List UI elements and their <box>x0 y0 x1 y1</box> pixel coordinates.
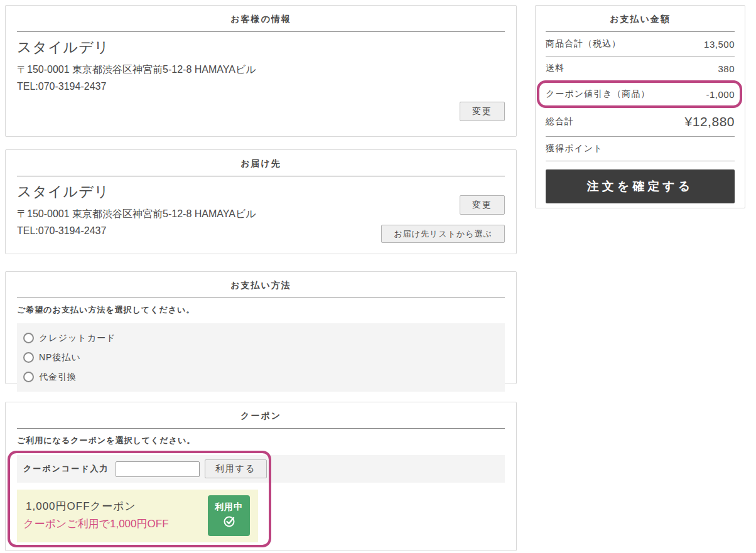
active-coupon-card: 1,000円OFFクーポン クーポンご利用で1,000円OFF 利用中 <box>17 490 258 542</box>
customer-name: スタイルデリ <box>17 38 505 57</box>
summary-row-coupon-discount: クーポン値引き（商品） -1,000 <box>546 81 735 107</box>
radio-button-icon[interactable] <box>23 372 34 382</box>
payment-option-cash-on-delivery[interactable]: 代金引換 <box>23 367 499 387</box>
coupon-in-use-label: 利用中 <box>215 502 243 513</box>
coupon-in-use-button[interactable]: 利用中 <box>208 495 250 536</box>
radio-button-icon[interactable] <box>23 333 34 343</box>
customer-info-section: お客様の情報 スタイルデリ 〒150-0001 東京都渋谷区神宮前5-12-8 … <box>5 5 517 137</box>
summary-label: 商品合計（税込） <box>546 38 621 50</box>
coupon-title: クーポン <box>17 402 505 429</box>
summary-row-grand-total: 総合計 ¥12,880 <box>546 107 735 137</box>
confirm-order-button[interactable]: 注文を確定する <box>546 169 735 203</box>
main-column: お客様の情報 スタイルデリ 〒150-0001 東京都渋谷区神宮前5-12-8 … <box>5 5 517 551</box>
shipping-name: スタイルデリ <box>17 182 505 201</box>
payment-summary-sidebar: お支払い金額 商品合計（税込） 13,500 送料 380 クーポン値引き（商品… <box>535 5 745 208</box>
radio-button-icon[interactable] <box>23 352 34 363</box>
payment-option-credit-card[interactable]: クレジットカード <box>23 328 499 348</box>
payment-option-label: NP後払い <box>39 352 81 363</box>
summary-value: -1,000 <box>706 89 735 100</box>
coupon-instruction: ご利用になるクーポンを選択してください。 <box>17 435 505 446</box>
summary-row-subtotal: 商品合計（税込） 13,500 <box>546 32 735 56</box>
customer-address: 〒150-0001 東京都渋谷区神宮前5-12-8 HAMAYAビル <box>17 63 505 77</box>
payment-method-instruction: ご希望のお支払い方法を選択してください。 <box>17 304 505 316</box>
summary-label: 総合計 <box>546 116 574 127</box>
customer-change-row: 変更 <box>17 102 505 121</box>
summary-row-shipping-fee: 送料 380 <box>546 56 735 81</box>
coupon-section: クーポン ご利用になるクーポンを選択してください。 クーポンコード入力 利用する… <box>5 402 517 551</box>
shipping-section: お届け先 スタイルデリ 〒150-0001 東京都渋谷区神宮前5-12-8 HA… <box>5 149 517 254</box>
customer-change-button[interactable]: 変更 <box>460 102 505 121</box>
summary-value: 13,500 <box>704 39 735 50</box>
summary-label: クーポン値引き（商品） <box>546 89 650 100</box>
payment-options-panel: クレジットカード NP後払い 代金引換 <box>17 323 505 392</box>
shipping-address: 〒150-0001 東京都渋谷区神宮前5-12-8 HAMAYAビル <box>17 208 505 221</box>
shipping-title: お届け先 <box>17 150 505 176</box>
customer-info-title: お客様の情報 <box>17 6 505 32</box>
summary-label: 獲得ポイント <box>546 143 603 154</box>
payment-method-section: お支払い方法 ご希望のお支払い方法を選択してください。 クレジットカード NP後… <box>5 271 517 384</box>
payment-method-title: お支払い方法 <box>17 272 505 298</box>
coupon-code-input[interactable] <box>116 461 200 477</box>
payment-option-label: クレジットカード <box>39 333 116 344</box>
shipping-change-button[interactable]: 変更 <box>460 195 505 215</box>
coupon-apply-button[interactable]: 利用する <box>205 459 267 478</box>
shipping-choose-from-list-button[interactable]: お届け先リストから選ぶ <box>381 225 505 243</box>
summary-value: ¥12,880 <box>685 114 735 129</box>
checkout-page: お客様の情報 スタイルデリ 〒150-0001 東京都渋谷区神宮前5-12-8 … <box>0 0 756 553</box>
payment-option-np-deferred[interactable]: NP後払い <box>23 348 499 367</box>
payment-option-label: 代金引換 <box>39 372 77 383</box>
summary-label: 送料 <box>546 63 564 74</box>
customer-tel: TEL:070-3194-2437 <box>17 81 505 92</box>
check-circle-icon <box>222 514 236 530</box>
summary-row-earned-points: 獲得ポイント <box>546 137 735 161</box>
payment-summary-title: お支払い金額 <box>546 6 735 32</box>
coupon-code-row: クーポンコード入力 利用する <box>17 455 505 483</box>
summary-value: 380 <box>718 63 735 74</box>
coupon-code-label: クーポンコード入力 <box>23 463 109 475</box>
